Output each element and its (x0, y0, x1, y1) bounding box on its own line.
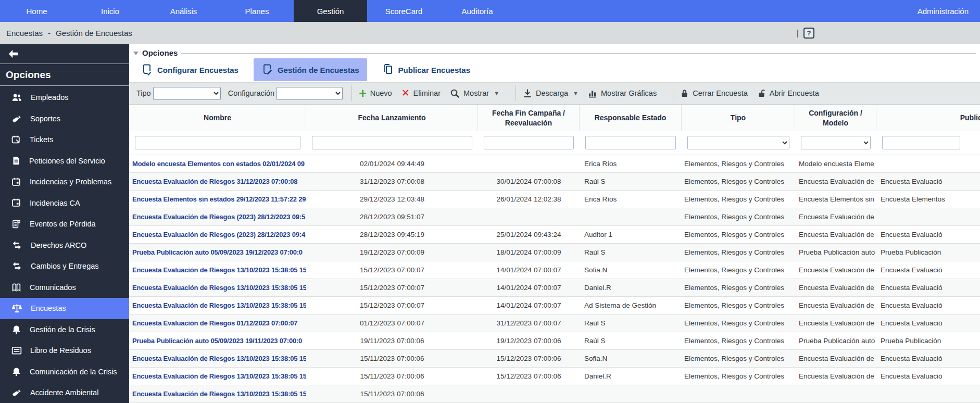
nav-tab-gestion[interactable]: Gestión (294, 0, 367, 22)
cell-configuracion: Modelo encuesta Eleme (795, 160, 876, 168)
sidebar-item-comunicacion-de-la-crisis[interactable]: Comunicación de la Crisis (0, 361, 129, 383)
cerrar-encuesta-button[interactable]: Cerrar Encuesta (680, 89, 748, 98)
cell-nombre[interactable]: Encuesta Evaluación de Riesgos 13/10/202… (129, 284, 306, 292)
table-row[interactable]: Modelo encuesta Elementos con estados 02… (129, 155, 980, 173)
bell-icon (11, 324, 21, 335)
table-row[interactable]: Prueba Publicación auto 05/09/2023 19/12… (129, 244, 980, 261)
cell-nombre[interactable]: Prueba Publicación auto 05/09/2023 19/12… (129, 248, 306, 256)
tipo-select[interactable] (153, 87, 221, 100)
sidebar-item-encuestas[interactable]: Encuestas (0, 298, 129, 319)
sidebar-title: Opciones (0, 64, 129, 86)
cell-nombre[interactable]: Encuesta Evaluación de Riesgos 13/10/202… (129, 266, 306, 274)
table-row[interactable]: Encuesta Evaluación de Riesgos 13/10/202… (129, 350, 980, 368)
collapse-triangle-icon[interactable] (133, 52, 139, 55)
tab-configurar-encuestas[interactable]: Configurar Encuestas (133, 58, 246, 81)
table-row[interactable]: Encuesta Evaluación de Riesgos 13/10/202… (129, 368, 980, 385)
column-header-tipo[interactable]: Tipo (682, 105, 795, 131)
nuevo-button[interactable]: +Nuevo (359, 89, 392, 98)
column-header-nombre[interactable]: Nombre (129, 105, 306, 131)
sidebar-item-eventos-de-perdida[interactable]: Eventos de Pérdida (0, 213, 129, 235)
filter-select-configuracion[interactable] (801, 136, 871, 149)
cell-nombre[interactable]: Encuesta Evaluación de Riesgos 13/10/202… (129, 355, 306, 362)
sidebar-item-incidencias-ca[interactable]: Incidencias CA (0, 193, 129, 214)
column-header-configuracion[interactable]: Configuración /Modelo (795, 105, 876, 131)
help-icon[interactable]: ? (803, 28, 814, 39)
mostrar-button[interactable]: Mostrar▼ (450, 89, 499, 98)
sidebar-item-incidencias-y-problemas[interactable]: Incidencias y Problemas (0, 171, 129, 193)
sidebar-item-comunicados[interactable]: Comunicados (0, 277, 129, 298)
nav-tab-analisis[interactable]: Análisis (147, 0, 220, 22)
table-row[interactable]: Encuesta Evaluación de Riesgos 13/10/202… (129, 297, 980, 314)
filter-input-fecha_lanzamiento[interactable] (312, 136, 472, 149)
table-row[interactable]: Encuesta Evaluación de Riesgos 13/10/202… (129, 261, 980, 279)
sidebar-item-label: Encuestas (31, 304, 66, 312)
cell-nombre[interactable]: Prueba Publicación auto 05/09/2023 19/11… (129, 337, 306, 345)
nav-tab-inicio[interactable]: Inicio (73, 0, 147, 22)
cell-nombre[interactable]: Encuesta Evaluación de Riesgos (2023) 28… (129, 231, 306, 238)
table-row[interactable]: Encuesta Evaluación de Riesgos 13/10/202… (129, 385, 980, 403)
mostrar-graficas-button[interactable]: Mostrar Gráficas (588, 89, 657, 98)
cell-tipo: Elementos, Riesgos y Controles (682, 301, 795, 309)
descarga-button[interactable]: Descarga▼ (523, 89, 579, 98)
cell-nombre[interactable]: Encuesta Evaluación de Riesgos 13/10/202… (129, 301, 306, 309)
nav-tab-home[interactable]: Home (0, 0, 73, 22)
table-row[interactable]: Encuesta Evaluación de Riesgos 01/12/202… (129, 314, 980, 332)
back-arrow-icon (8, 49, 21, 58)
cell-nombre[interactable]: Encuesta Evaluación de Riesgos 31/12/202… (129, 178, 306, 185)
nav-tab-administracion[interactable]: Administración (906, 0, 980, 22)
sidebar-collapse-button[interactable] (0, 44, 129, 64)
cell-nombre[interactable]: Encuesta Evaluación de Riesgos 01/12/202… (129, 319, 306, 327)
table-row[interactable]: Encuesta Evaluación de Riesgos (2023) 28… (129, 208, 980, 226)
cell-fecha_fin: 15/12/2023 07:00:06 (478, 355, 580, 362)
filter-input-publicacion[interactable] (882, 136, 960, 149)
sidebar-item-derechos-arco[interactable]: Derechos ARCO (0, 235, 129, 256)
sidebar-item-libro-de-residuos[interactable]: Libro de Residuos (0, 340, 129, 361)
cell-tipo: Elementos, Riesgos y Controles (682, 337, 795, 345)
sidebar-item-label: Comunicación de la Crisis (30, 368, 117, 376)
filter-input-nombre[interactable] (135, 136, 300, 149)
cell-fecha_lanzamiento: 15/12/2023 07:00:07 (306, 301, 478, 309)
tab-publicar-encuestas[interactable]: Publicar Encuestas (374, 58, 478, 81)
tipo-label: Tipo (136, 89, 151, 97)
cell-nombre[interactable]: Modelo encuesta Elementos con estados 02… (129, 160, 306, 168)
table-row[interactable]: Encuesta Evaluación de Riesgos 31/12/202… (129, 173, 980, 191)
sidebar-item-accidente-ambiental[interactable]: Accidente Ambiental (0, 382, 129, 403)
nav-tab-planes[interactable]: Planes (220, 0, 294, 22)
cell-nombre[interactable]: Encuesta Evaluación de Riesgos (2023) 28… (129, 213, 306, 221)
cell-publicacion: Encuesta Evaluació (876, 355, 980, 362)
filter-input-fecha_fin[interactable] (484, 136, 574, 149)
filter-select-tipo[interactable] (687, 136, 789, 149)
filter-input-responsable[interactable] (585, 136, 676, 149)
abrir-encuesta-button[interactable]: Abrir Encuesta (757, 89, 819, 98)
sidebar-item-peticiones-del-servicio[interactable]: Peticiones del Servicio (0, 150, 129, 172)
bookmark-edit-icon (261, 64, 273, 76)
column-header-fecha_fin[interactable]: Fecha Fin Campaña /Reevaluación (478, 105, 580, 131)
column-header-fecha_lanzamiento[interactable]: Fecha Lanzamiento (306, 105, 478, 131)
sidebar-item-tickets[interactable]: Tickets (0, 129, 129, 150)
tab-gestion-de-encuestas[interactable]: Gestión de Encuestas (254, 58, 367, 81)
nav-tab-auditoria[interactable]: Auditoría (441, 0, 514, 22)
cell-nombre[interactable]: Encuesta Evaluación de Riesgos 13/10/202… (129, 390, 306, 398)
sidebar-item-soportes[interactable]: Soportes (0, 108, 129, 130)
configuracion-select[interactable] (277, 87, 343, 100)
cell-fecha_lanzamiento: 29/12/2023 12:03:48 (306, 195, 478, 203)
sidebar-item-gestion-de-la-crisis[interactable]: Gestión de la Crisis (0, 319, 129, 341)
toolbar-separator (673, 85, 673, 101)
column-header-responsable[interactable]: Responsable Estado (580, 105, 682, 131)
cell-fecha_fin: 18/01/2024 07:00:09 (478, 248, 580, 256)
table-row[interactable]: Encuesta Evaluación de Riesgos (2023) 28… (129, 226, 980, 244)
breadcrumb-section[interactable]: Encuestas (6, 29, 43, 37)
nav-tab-scorecard[interactable]: ScoreCard (367, 0, 441, 22)
cell-nombre[interactable]: Encuesta Evaluación de Riesgos 13/10/202… (129, 372, 306, 380)
sidebar-item-empleados[interactable]: Empleados (0, 87, 129, 108)
table-row[interactable]: Encuesta Evaluación de Riesgos 13/10/202… (129, 279, 980, 297)
tab-label: Configurar Encuestas (157, 66, 238, 74)
eliminar-button[interactable]: ✕Eliminar (401, 89, 441, 98)
table-row[interactable]: Prueba Publicación auto 05/09/2023 19/11… (129, 332, 980, 350)
options-panel-title: Opciones (142, 48, 178, 57)
table-row[interactable]: Encuesta Elementos sin estados 29/12/202… (129, 191, 980, 208)
transfer-arrows-icon (11, 261, 22, 271)
column-header-publicacion[interactable]: Publicación (876, 105, 980, 131)
cell-nombre[interactable]: Encuesta Elementos sin estados 29/12/202… (129, 195, 306, 203)
sidebar-item-cambios-y-entregas[interactable]: Cambios y Entregas (0, 256, 129, 277)
